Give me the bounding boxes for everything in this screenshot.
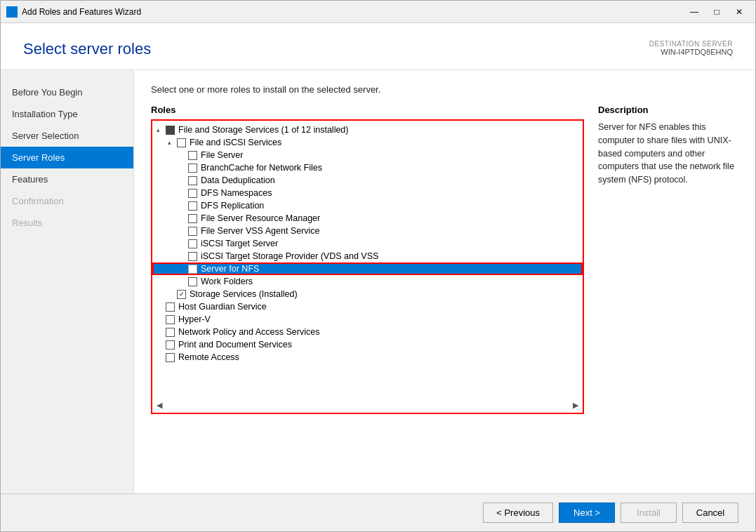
checkbox-storage-services[interactable] (177, 290, 186, 299)
role-iscsi-target-storage[interactable]: iSCSI Target Storage Provider (VDS and V… (152, 250, 583, 262)
role-label: iSCSI Target Server (201, 239, 278, 248)
sidebar-item-installation-type[interactable]: Installation Type (1, 103, 133, 125)
role-data-dedup[interactable]: Data Deduplication (152, 174, 583, 187)
role-label: File Server (201, 150, 243, 160)
role-vss-agent[interactable]: File Server VSS Agent Service (152, 225, 583, 237)
role-file-server[interactable]: File Server (152, 149, 583, 161)
role-label: Hyper-V (178, 314, 211, 324)
checkbox-hyperv[interactable] (166, 315, 175, 324)
title-bar-text: Add Roles and Features Wizard (22, 7, 684, 17)
expand-icon: ▴ (168, 139, 175, 146)
role-label: iSCSI Target Storage Provider (VDS and V… (201, 251, 378, 261)
scroll-right-arrow[interactable]: ▶ (573, 401, 578, 410)
role-label: BranchCache for Network Files (201, 163, 322, 173)
role-label: DFS Namespaces (201, 188, 272, 198)
role-label: Data Deduplication (201, 175, 275, 185)
checkbox-npas[interactable] (166, 328, 175, 337)
role-label: Remote Access (178, 352, 239, 362)
checkbox-file-server[interactable] (188, 151, 197, 160)
role-label: DFS Replication (201, 201, 264, 211)
sidebar-item-confirmation: Confirmation (1, 190, 133, 212)
checkbox-dfs-replication[interactable] (188, 201, 197, 211)
role-label: File and Storage Services (1 of 12 insta… (178, 125, 349, 135)
role-label: Print and Document Services (178, 340, 292, 350)
description-title: Description (598, 105, 738, 115)
description-panel: Description Server for NFS enables this … (584, 105, 738, 479)
checkbox-branchcache[interactable] (188, 164, 197, 173)
role-dfs-replication[interactable]: DFS Replication (152, 199, 583, 212)
role-npas[interactable]: Network Policy and Access Services (152, 326, 583, 338)
checkbox-remote-access[interactable] (166, 353, 175, 362)
checkbox-iscsi-target-server[interactable] (188, 239, 197, 248)
description-text: Server for NFS enables this computer to … (598, 121, 738, 187)
roles-container[interactable]: ▴ File and Storage Services (1 of 12 ins… (151, 119, 584, 414)
role-label: File Server VSS Agent Service (201, 226, 320, 236)
checkbox-host-guardian[interactable] (166, 302, 175, 312)
sidebar-item-before-you-begin[interactable]: Before You Begin (1, 81, 133, 103)
role-label: Work Folders (201, 277, 253, 286)
role-branchcache[interactable]: BranchCache for Network Files (152, 161, 583, 174)
minimize-button[interactable]: — (684, 5, 705, 19)
sidebar-item-server-roles[interactable]: Server Roles (1, 147, 133, 168)
checkbox-vss-agent[interactable] (188, 227, 197, 236)
role-server-nfs[interactable]: Server for NFS (152, 262, 583, 275)
checkbox-dfs-namespaces[interactable] (188, 189, 197, 198)
close-button[interactable]: ✕ (729, 5, 750, 19)
checkbox-file-iscsi[interactable] (177, 138, 186, 147)
roles-header: Roles (151, 105, 584, 115)
role-work-folders[interactable]: Work Folders (152, 275, 583, 288)
install-button[interactable]: Install (621, 503, 677, 523)
sidebar-item-features[interactable]: Features (1, 168, 133, 190)
cancel-button[interactable]: Cancel (682, 503, 738, 523)
header: Select server roles DESTINATION SERVER W… (1, 23, 755, 70)
app-icon (6, 6, 18, 18)
role-storage-services[interactable]: Storage Services (Installed) (152, 288, 583, 300)
main-content: Select one or more roles to install on t… (134, 70, 755, 493)
sidebar-item-results: Results (1, 212, 133, 234)
scroll-left-arrow[interactable]: ◀ (157, 401, 162, 410)
role-iscsi-target-server[interactable]: iSCSI Target Server (152, 237, 583, 250)
instruction-text: Select one or more roles to install on t… (151, 84, 738, 95)
role-remote-access[interactable]: Remote Access (152, 351, 583, 364)
checkbox-server-nfs[interactable] (188, 265, 197, 274)
role-host-guardian[interactable]: Host Guardian Service (152, 300, 583, 313)
title-bar: Add Roles and Features Wizard — □ ✕ (1, 1, 755, 23)
roles-wrapper: Roles ▴ File and Storage Services (1 of … (151, 105, 584, 479)
body-area: Before You Begin Installation Type Serve… (1, 70, 755, 493)
role-file-storage-services[interactable]: ▴ File and Storage Services (1 of 12 ins… (152, 124, 583, 136)
role-label: Host Guardian Service (178, 302, 267, 312)
destination-label: DESTINATION SERVER (649, 40, 733, 48)
role-hyperv[interactable]: Hyper-V (152, 313, 583, 326)
content-row: Roles ▴ File and Storage Services (1 of … (151, 105, 738, 479)
destination-server-info: DESTINATION SERVER WIN-I4PTDQ8EHNQ (649, 40, 733, 56)
role-dfs-namespaces[interactable]: DFS Namespaces (152, 187, 583, 199)
wizard-window: Add Roles and Features Wizard — □ ✕ Sele… (0, 0, 756, 532)
checkbox-data-dedup[interactable] (188, 176, 197, 185)
role-fsrm[interactable]: File Server Resource Manager (152, 212, 583, 225)
role-label: File and iSCSI Services (190, 138, 281, 147)
destination-server-name: WIN-I4PTDQ8EHNQ (649, 48, 733, 56)
maximize-button[interactable]: □ (706, 5, 727, 19)
checkbox-iscsi-target-storage[interactable] (188, 252, 197, 261)
role-label: Server for NFS (201, 264, 259, 274)
page-title: Select server roles (23, 40, 151, 58)
checkbox-work-folders[interactable] (188, 277, 197, 286)
roles-list: ▴ File and Storage Services (1 of 12 ins… (152, 121, 583, 366)
sidebar: Before You Begin Installation Type Serve… (1, 70, 134, 493)
role-label: Storage Services (Installed) (190, 289, 298, 299)
sidebar-item-server-selection[interactable]: Server Selection (1, 125, 133, 147)
expand-icon: ▴ (157, 126, 164, 133)
checkbox-print-document[interactable] (166, 340, 175, 350)
partial-check-icon (166, 126, 175, 135)
window-controls: — □ ✕ (684, 5, 750, 19)
footer: < Previous Next > Install Cancel (1, 493, 755, 531)
role-label: Network Policy and Access Services (178, 327, 319, 337)
role-print-document[interactable]: Print and Document Services (152, 338, 583, 351)
checkbox-fsrm[interactable] (188, 214, 197, 223)
next-button[interactable]: Next > (559, 503, 615, 523)
role-file-iscsi-services[interactable]: ▴ File and iSCSI Services (152, 136, 583, 149)
role-label: File Server Resource Manager (201, 213, 320, 223)
previous-button[interactable]: < Previous (483, 503, 553, 523)
